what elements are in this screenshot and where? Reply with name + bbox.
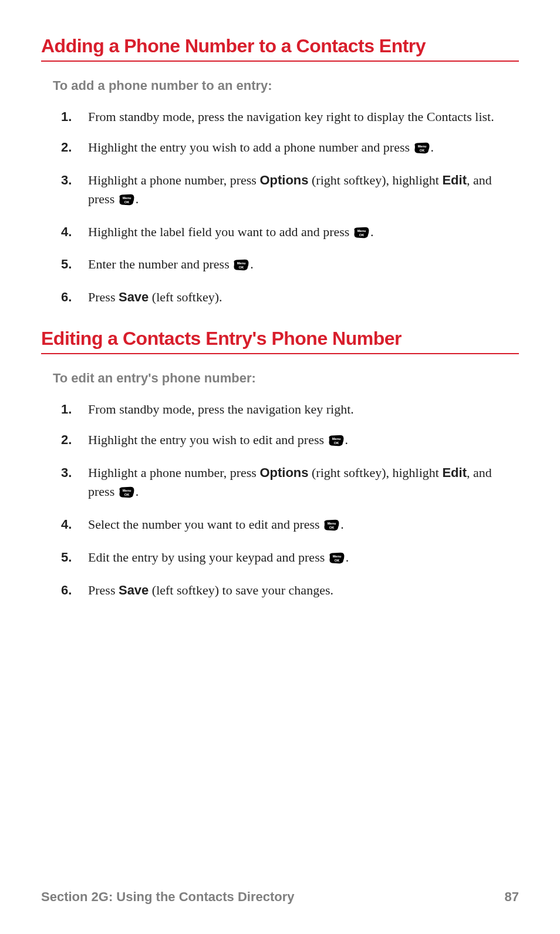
save-label: Save bbox=[119, 290, 149, 304]
menu-ok-icon bbox=[353, 225, 370, 244]
step-text: Edit the entry by using your keypad and … bbox=[88, 550, 328, 565]
step-text: Highlight a phone number, press bbox=[88, 173, 259, 187]
intro-adding: To add a phone number to an entry: bbox=[53, 78, 519, 93]
step-text: Select the number you want to edit and p… bbox=[88, 517, 323, 532]
footer-page-number: 87 bbox=[505, 889, 519, 905]
options-label: Options bbox=[259, 465, 308, 480]
step-item: Press Save (left softkey). bbox=[53, 288, 519, 307]
steps-adding: From standby mode, press the navigation … bbox=[53, 107, 519, 307]
menu-ok-icon bbox=[329, 550, 345, 569]
step-text: (right softkey), highlight bbox=[309, 465, 443, 480]
step-text: (left softkey). bbox=[149, 290, 222, 304]
step-text: Press bbox=[88, 290, 119, 304]
save-label: Save bbox=[119, 583, 149, 597]
menu-ok-icon bbox=[414, 140, 430, 159]
step-text: Highlight the entry you wish to add a ph… bbox=[88, 140, 413, 154]
footer-section-label: Section 2G: Using the Contacts Directory bbox=[41, 889, 295, 905]
step-text: (left softkey) to save your changes. bbox=[149, 583, 333, 597]
step-text: Press bbox=[88, 583, 119, 597]
menu-ok-icon bbox=[233, 257, 249, 276]
menu-ok-icon bbox=[119, 485, 135, 503]
step-text: Enter the number and press bbox=[88, 257, 232, 271]
step-item: Highlight a phone number, press Options … bbox=[53, 171, 519, 211]
step-text: . bbox=[136, 191, 139, 206]
step-text: . bbox=[370, 224, 374, 239]
step-text: . bbox=[250, 257, 254, 271]
step-item: Enter the number and press . bbox=[53, 255, 519, 276]
step-text: Highlight a phone number, press bbox=[88, 465, 259, 480]
step-item: Highlight a phone number, press Options … bbox=[53, 463, 519, 503]
intro-editing: To edit an entry's phone number: bbox=[53, 371, 519, 386]
step-item: From standby mode, press the navigation … bbox=[53, 400, 519, 419]
step-text: Highlight the label field you want to ad… bbox=[88, 224, 353, 239]
step-text: . bbox=[136, 484, 139, 499]
menu-ok-icon bbox=[328, 433, 345, 452]
menu-ok-icon bbox=[119, 192, 135, 211]
step-text: Highlight the entry you wish to edit and… bbox=[88, 432, 328, 447]
step-item: Highlight the entry you wish to edit and… bbox=[53, 431, 519, 452]
step-text: . bbox=[345, 432, 349, 447]
step-item: Select the number you want to edit and p… bbox=[53, 515, 519, 536]
steps-editing: From standby mode, press the navigation … bbox=[53, 400, 519, 599]
menu-ok-icon bbox=[323, 518, 340, 536]
heading-editing-phone-number: Editing a Contacts Entry's Phone Number bbox=[41, 328, 519, 354]
step-text: . bbox=[431, 140, 434, 154]
step-item: From standby mode, press the navigation … bbox=[53, 107, 519, 126]
options-label: Options bbox=[259, 173, 308, 187]
edit-label: Edit bbox=[442, 465, 467, 480]
step-item: Highlight the entry you wish to add a ph… bbox=[53, 138, 519, 159]
step-item: Press Save (left softkey) to save your c… bbox=[53, 581, 519, 600]
step-item: Highlight the label field you want to ad… bbox=[53, 223, 519, 244]
step-text: . bbox=[340, 517, 344, 532]
heading-adding-phone-number: Adding a Phone Number to a Contacts Entr… bbox=[41, 35, 519, 62]
page-footer: Section 2G: Using the Contacts Directory… bbox=[41, 889, 519, 905]
step-item: Edit the entry by using your keypad and … bbox=[53, 548, 519, 569]
edit-label: Edit bbox=[442, 173, 467, 187]
step-text: . bbox=[346, 550, 349, 565]
step-text: (right softkey), highlight bbox=[309, 173, 443, 187]
